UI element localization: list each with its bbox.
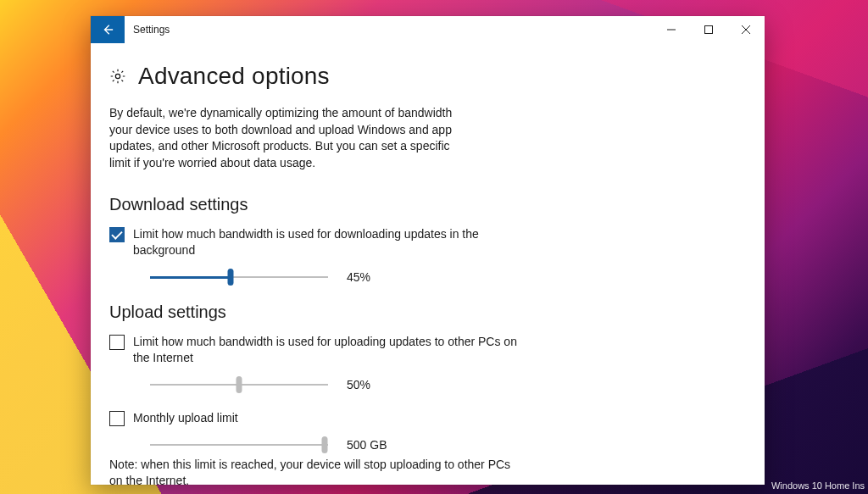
download-slider-row: 45% [150, 270, 746, 284]
upload-limit-checkbox[interactable] [109, 335, 125, 350]
upload-slider-value: 50% [347, 378, 370, 391]
monthly-limit-row: Monthly upload limit [109, 410, 746, 426]
back-button[interactable] [91, 16, 125, 43]
download-limit-row: Limit how much bandwidth is used for dow… [109, 226, 746, 258]
svg-point-1 [115, 74, 120, 78]
download-heading: Download settings [109, 195, 746, 214]
page-title: Advanced options [138, 63, 330, 90]
download-slider-value: 45% [347, 270, 370, 284]
monthly-slider-row: 500 GB [150, 438, 746, 452]
settings-window: Settings [91, 16, 765, 485]
monthly-note: Note: when this limit is reached, your d… [109, 457, 516, 485]
upload-limit-label: Limit how much bandwidth is used for upl… [133, 334, 523, 366]
settings-content: Advanced options By default, we're dynam… [91, 43, 765, 485]
arrow-left-icon [102, 24, 114, 36]
download-limit-checkbox[interactable] [109, 227, 125, 242]
gear-icon [109, 68, 126, 85]
download-bandwidth-slider[interactable] [150, 270, 328, 284]
upload-slider-row: 50% [150, 378, 746, 391]
window-titlebar: Settings [91, 16, 765, 43]
desktop-wallpaper: Settings [0, 0, 868, 494]
upload-limit-row: Limit how much bandwidth is used for upl… [109, 334, 746, 366]
window-title: Settings [125, 16, 170, 43]
download-limit-label: Limit how much bandwidth is used for dow… [133, 226, 523, 258]
minimize-button[interactable] [653, 16, 690, 43]
svg-rect-0 [705, 26, 713, 34]
monthly-upload-slider[interactable] [150, 438, 328, 452]
intro-text: By default, we're dynamically optimizing… [109, 105, 474, 171]
page-header: Advanced options [109, 63, 746, 90]
monthly-limit-checkbox[interactable] [109, 411, 125, 426]
window-controls [653, 16, 765, 43]
upload-heading: Upload settings [109, 303, 746, 322]
monthly-slider-value: 500 GB [347, 438, 387, 452]
monthly-limit-label: Monthly upload limit [133, 410, 238, 426]
close-button[interactable] [727, 16, 765, 43]
desktop-watermark: Windows 10 Home Ins [771, 480, 865, 491]
maximize-button[interactable] [690, 16, 727, 43]
upload-bandwidth-slider[interactable] [150, 378, 328, 391]
